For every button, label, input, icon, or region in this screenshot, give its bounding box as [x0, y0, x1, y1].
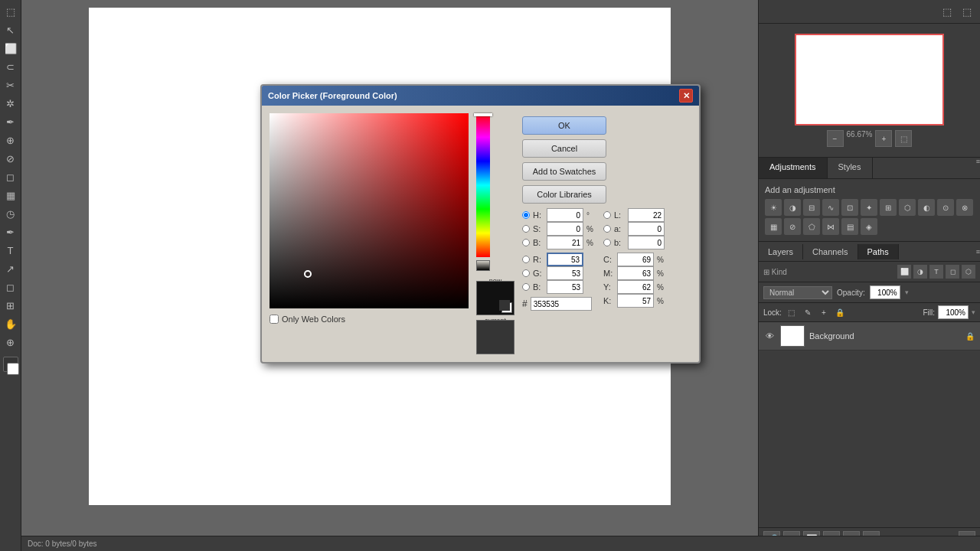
adj-contrast[interactable]: ◑ — [784, 199, 801, 216]
dialog-close-button[interactable]: ✕ — [679, 89, 693, 103]
input-c[interactable] — [617, 253, 654, 266]
only-web-checkbox[interactable] — [270, 315, 279, 324]
filter-pixel[interactable]: ⬜ — [897, 265, 911, 279]
input-a[interactable] — [628, 222, 665, 236]
hex-symbol: # — [522, 298, 528, 309]
radio-b[interactable] — [522, 239, 530, 246]
tool-marquee[interactable]: ⬜ — [2, 40, 19, 57]
radio-s[interactable] — [522, 225, 530, 233]
filter-smart[interactable]: ⬡ — [962, 265, 975, 279]
color-gradient-canvas[interactable] — [270, 113, 469, 308]
input-b3[interactable] — [628, 236, 665, 249]
lock-position[interactable]: ✎ — [801, 305, 815, 319]
tool-zoom[interactable]: ⊕ — [2, 334, 19, 350]
panel-menu-icon[interactable]: ≡ — [976, 158, 980, 178]
opacity-input[interactable] — [870, 285, 900, 299]
tool-brush[interactable]: ✒ — [2, 113, 19, 130]
tool-healing[interactable]: ✲ — [2, 95, 19, 112]
input-k[interactable] — [617, 294, 654, 308]
tool-background-color[interactable] — [7, 363, 19, 375]
adj-levels[interactable]: ⊟ — [803, 199, 820, 216]
panel-icon-1[interactable]: ⬚ — [939, 3, 956, 20]
adj-invert[interactable]: ⊘ — [784, 218, 801, 235]
lock-artboard[interactable]: + — [817, 305, 831, 319]
filter-type[interactable]: T — [929, 265, 943, 279]
tab-paths[interactable]: Paths — [858, 244, 899, 259]
input-y[interactable] — [617, 280, 654, 294]
layers-menu-icon[interactable]: ≡ — [976, 248, 980, 256]
input-g[interactable] — [547, 266, 583, 280]
tool-crop[interactable]: ✂ — [2, 77, 19, 93]
adj-channel-mixer[interactable]: ⊗ — [956, 199, 973, 216]
adj-photo-filter[interactable]: ⊙ — [937, 199, 954, 216]
tool-select[interactable]: ↖ — [2, 21, 19, 38]
layer-eye-icon[interactable]: 👁 — [763, 330, 776, 342]
input-s[interactable] — [547, 222, 583, 236]
adj-gradient-map[interactable]: ▤ — [841, 218, 858, 235]
tab-styles[interactable]: Styles — [828, 158, 873, 178]
input-h[interactable] — [547, 208, 583, 222]
radio-l[interactable] — [603, 211, 611, 219]
blend-mode-select[interactable]: Normal — [763, 286, 832, 299]
tool-gradient[interactable]: ▦ — [2, 187, 19, 204]
tool-pen[interactable]: ✒ — [2, 223, 19, 240]
tool-3d[interactable]: ⊞ — [2, 297, 19, 314]
adj-selective-color[interactable]: ◈ — [861, 218, 877, 235]
tool-eraser[interactable]: ◻ — [2, 168, 19, 185]
input-r[interactable] — [547, 253, 583, 266]
lock-all[interactable]: 🔒 — [833, 305, 847, 319]
hue-strip[interactable] — [476, 113, 490, 257]
input-b[interactable] — [547, 236, 583, 249]
tool-type[interactable]: T — [2, 242, 19, 259]
adj-curves[interactable]: ∿ — [822, 199, 839, 216]
cancel-button[interactable]: Cancel — [522, 139, 606, 158]
tab-layers[interactable]: Layers — [759, 244, 803, 259]
tool-hand[interactable]: ✋ — [2, 315, 19, 332]
ok-button[interactable]: OK — [522, 116, 606, 135]
radio-h[interactable] — [522, 211, 530, 219]
tool-dodge[interactable]: ◷ — [2, 205, 19, 222]
tool-move[interactable]: ⬚ — [2, 3, 19, 20]
radio-b2[interactable] — [522, 283, 530, 291]
panel-icon-2[interactable]: ⬚ — [959, 3, 975, 20]
tool-path-select[interactable]: ↗ — [2, 260, 19, 277]
tool-history[interactable]: ⊘ — [2, 150, 19, 167]
tool-lasso[interactable]: ⊂ — [2, 58, 19, 75]
tab-adjustments[interactable]: Adjustments — [759, 158, 828, 178]
hex-input[interactable] — [531, 297, 592, 311]
color-libraries-button[interactable]: Color Libraries — [522, 185, 606, 204]
radio-a[interactable] — [603, 225, 611, 233]
input-l[interactable] — [628, 208, 665, 222]
adj-hsl[interactable]: ⊞ — [880, 199, 897, 216]
label-m: M: — [603, 269, 614, 278]
layer-lock-icon: 🔒 — [965, 331, 975, 341]
preview-zoom-out[interactable]: − — [827, 130, 844, 147]
preview-zoom-in[interactable]: + — [875, 130, 892, 147]
radio-b3[interactable] — [603, 239, 611, 246]
adj-bw[interactable]: ◐ — [918, 199, 935, 216]
adj-color-balance[interactable]: ⬡ — [899, 199, 916, 216]
preview-fit[interactable]: ⬚ — [895, 130, 912, 147]
filter-adjust[interactable]: ◑ — [913, 265, 927, 279]
adj-vibrance[interactable]: ✦ — [861, 199, 877, 216]
alpha-strip[interactable] — [476, 260, 490, 271]
adj-posterize[interactable]: ⬠ — [803, 218, 820, 235]
add-to-swatches-button[interactable]: Add to Swatches — [522, 162, 606, 181]
adj-threshold[interactable]: ⋈ — [822, 218, 839, 235]
adj-brightness[interactable]: ☀ — [765, 199, 782, 216]
radio-r[interactable] — [522, 256, 530, 263]
tool-clone[interactable]: ⊕ — [2, 132, 19, 148]
tool-shape[interactable]: ◻ — [2, 279, 19, 295]
adj-exposure[interactable]: ⊡ — [841, 199, 858, 216]
radio-g[interactable] — [522, 269, 530, 277]
lock-pixel[interactable]: ⬚ — [785, 305, 799, 319]
layer-background[interactable]: 👁 Background 🔒 — [759, 322, 980, 350]
filter-shape[interactable]: ◻ — [946, 265, 959, 279]
input-m[interactable] — [617, 266, 654, 280]
field-m: M: % — [603, 266, 666, 280]
fill-input[interactable] — [938, 305, 969, 319]
adj-color-lookup[interactable]: ▦ — [765, 218, 782, 235]
tab-channels[interactable]: Channels — [803, 244, 858, 259]
input-b2[interactable] — [547, 280, 583, 294]
lock-label: Lock: — [763, 308, 782, 317]
